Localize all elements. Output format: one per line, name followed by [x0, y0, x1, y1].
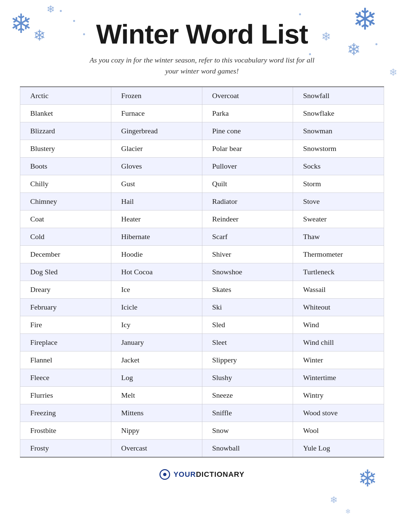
table-row: Dog SledHot CocoaSnowshoeTurtleneck	[20, 263, 384, 281]
dot-decoration-3	[83, 33, 85, 35]
word-cell: Icy	[111, 316, 202, 334]
table-row: FlurriesMeltSneezeWintry	[20, 387, 384, 404]
word-cell: Gingerbread	[111, 122, 202, 140]
word-cell: Overcast	[111, 440, 202, 458]
word-cell: Pine cone	[202, 122, 293, 140]
word-cell: Snowflake	[293, 105, 384, 122]
word-cell: Frosty	[20, 440, 111, 458]
table-row: ArcticFrozenOvercoatSnowfall	[20, 87, 384, 105]
page-title: Winter Word List	[20, 20, 384, 49]
word-cell: Slushy	[202, 369, 293, 387]
word-cell: Sniffle	[202, 404, 293, 422]
table-row: BlanketFurnaceParkaSnowflake	[20, 105, 384, 122]
word-cell: Mittens	[111, 404, 202, 422]
word-cell: Skates	[202, 281, 293, 299]
table-row: ChimneyHailRadiatorStove	[20, 193, 384, 210]
page-subtitle: As you cozy in for the winter season, re…	[86, 55, 318, 76]
word-cell: Stove	[293, 193, 384, 210]
word-cell: Wind chill	[293, 334, 384, 351]
word-cell: Slippery	[202, 351, 293, 369]
snowflake-decoration-7: ❄	[389, 66, 397, 78]
word-cell: Gloves	[111, 158, 202, 175]
page-header: Winter Word List As you cozy in for the …	[20, 13, 384, 76]
table-row: DrearyIceSkatesWassail	[20, 281, 384, 299]
word-cell: Melt	[111, 387, 202, 404]
word-cell: Heater	[111, 210, 202, 228]
word-cell: Frostbite	[20, 422, 111, 440]
table-row: FlannelJacketSlipperyWinter	[20, 351, 384, 369]
snowflake-decoration-9: ❄	[330, 494, 338, 505]
dot-decoration-6	[375, 43, 377, 45]
word-cell: Wool	[293, 422, 384, 440]
word-cell: Gust	[111, 175, 202, 193]
word-cell: Chilly	[20, 175, 111, 193]
table-row: BootsGlovesPulloverSocks	[20, 158, 384, 175]
word-cell: Fireplace	[20, 334, 111, 351]
table-row: FleeceLogSlushyWintertime	[20, 369, 384, 387]
table-row: CoatHeaterReindeerSweater	[20, 210, 384, 228]
page-container: ❄ ❄ ❄ ❄ ❄ ❄ ❄ ❄ ❄ ❄ Winter Word List As …	[0, 0, 404, 532]
word-cell: Blanket	[20, 105, 111, 122]
word-cell: Wintry	[293, 387, 384, 404]
word-cell: Snowman	[293, 122, 384, 140]
word-cell: Hibernate	[111, 228, 202, 246]
word-cell: Wood stove	[293, 404, 384, 422]
word-cell: Thermometer	[293, 246, 384, 263]
footer-your: YOUR	[173, 470, 196, 478]
word-cell: Wassail	[293, 281, 384, 299]
word-cell: Snowshoe	[202, 263, 293, 281]
word-cell: Blizzard	[20, 122, 111, 140]
table-row: BlizzardGingerbreadPine coneSnowman	[20, 122, 384, 140]
word-cell: Wind	[293, 316, 384, 334]
table-row: FireplaceJanuarySleetWind chill	[20, 334, 384, 351]
word-cell: Radiator	[202, 193, 293, 210]
word-cell: Hoodie	[111, 246, 202, 263]
word-cell: Winter	[293, 351, 384, 369]
dot-decoration-1	[73, 20, 75, 22]
footer-logo-text: YOURDICTIONARY	[173, 470, 245, 479]
word-cell: Sled	[202, 316, 293, 334]
word-cell: Fire	[20, 316, 111, 334]
word-cell: Sleet	[202, 334, 293, 351]
word-cell: Log	[111, 369, 202, 387]
word-cell: Whiteout	[293, 299, 384, 316]
word-cell: Icicle	[111, 299, 202, 316]
table-row: FrostyOvercastSnowballYule Log	[20, 440, 384, 458]
word-cell: Glacier	[111, 140, 202, 158]
word-cell: Dog Sled	[20, 263, 111, 281]
word-cell: Dreary	[20, 281, 111, 299]
table-row: FreezingMittensSniffleWood stove	[20, 404, 384, 422]
table-row: ColdHibernateScarfThaw	[20, 228, 384, 246]
table-row: BlusteryGlacierPolar bearSnowstorm	[20, 140, 384, 158]
word-cell: Frozen	[111, 87, 202, 105]
dot-decoration-5	[309, 53, 311, 55]
word-cell: Hot Cocoa	[111, 263, 202, 281]
word-cell: Chimney	[20, 193, 111, 210]
word-cell: Sweater	[293, 210, 384, 228]
word-cell: Sneeze	[202, 387, 293, 404]
word-cell: Coat	[20, 210, 111, 228]
table-row: FrostbiteNippySnowWool	[20, 422, 384, 440]
snowflake-decoration-10: ❄	[345, 507, 351, 515]
word-cell: Turtleneck	[293, 263, 384, 281]
word-cell: Quilt	[202, 175, 293, 193]
word-cell: Hail	[111, 193, 202, 210]
word-cell: Reindeer	[202, 210, 293, 228]
table-row: FebruaryIcicleSkiWhiteout	[20, 299, 384, 316]
word-cell: Yule Log	[293, 440, 384, 458]
word-cell: December	[20, 246, 111, 263]
word-cell: Boots	[20, 158, 111, 175]
word-cell: Pullover	[202, 158, 293, 175]
page-footer: YOURDICTIONARY	[20, 469, 384, 480]
table-row: DecemberHoodieShiverThermometer	[20, 246, 384, 263]
word-cell: Arctic	[20, 87, 111, 105]
word-cell: Snowfall	[293, 87, 384, 105]
word-cell: Wintertime	[293, 369, 384, 387]
word-cell: Flannel	[20, 351, 111, 369]
word-cell: Storm	[293, 175, 384, 193]
word-cell: Thaw	[293, 228, 384, 246]
table-row: FireIcySledWind	[20, 316, 384, 334]
word-cell: February	[20, 299, 111, 316]
word-cell: Shiver	[202, 246, 293, 263]
word-cell: January	[111, 334, 202, 351]
